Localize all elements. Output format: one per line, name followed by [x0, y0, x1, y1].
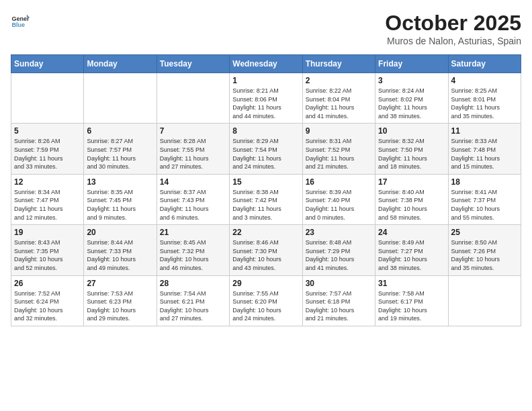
calendar-cell: 10Sunrise: 8:32 AM Sunset: 7:50 PM Dayli…: [375, 124, 448, 174]
weekday-header-monday: Monday: [84, 55, 157, 73]
calendar-cell: 26Sunrise: 7:52 AM Sunset: 6:24 PM Dayli…: [11, 275, 84, 326]
day-number: 1: [232, 76, 299, 85]
page-header: General Blue October 2025 Muros de Nalon…: [11, 11, 521, 46]
day-number: 28: [160, 279, 226, 288]
logo: General Blue: [11, 11, 30, 30]
day-info: Sunrise: 7:52 AM Sunset: 6:24 PM Dayligh…: [14, 289, 81, 323]
calendar-cell: 2Sunrise: 8:22 AM Sunset: 8:04 PM Daylig…: [302, 73, 375, 124]
calendar-week-5: 26Sunrise: 7:52 AM Sunset: 6:24 PM Dayli…: [11, 275, 521, 326]
calendar-header: SundayMondayTuesdayWednesdayThursdayFrid…: [11, 55, 521, 73]
day-info: Sunrise: 8:43 AM Sunset: 7:35 PM Dayligh…: [14, 238, 81, 272]
calendar-body: 1Sunrise: 8:21 AM Sunset: 8:06 PM Daylig…: [11, 73, 521, 326]
day-number: 9: [306, 126, 372, 136]
day-info: Sunrise: 8:48 AM Sunset: 7:29 PM Dayligh…: [306, 238, 372, 272]
day-info: Sunrise: 8:50 AM Sunset: 7:26 PM Dayligh…: [451, 238, 518, 272]
calendar-cell: [448, 275, 521, 326]
calendar-cell: 21Sunrise: 8:45 AM Sunset: 7:32 PM Dayli…: [157, 225, 229, 275]
calendar-cell: 18Sunrise: 8:41 AM Sunset: 7:37 PM Dayli…: [448, 174, 521, 224]
title-block: October 2025 Muros de Nalon, Asturias, S…: [385, 11, 521, 46]
day-number: 2: [306, 76, 372, 85]
calendar-cell: [157, 73, 229, 124]
day-number: 21: [160, 228, 226, 237]
weekday-header-thursday: Thursday: [302, 55, 375, 73]
day-number: 4: [451, 76, 518, 85]
calendar-week-2: 5Sunrise: 8:26 AM Sunset: 7:59 PM Daylig…: [11, 124, 521, 174]
day-info: Sunrise: 8:40 AM Sunset: 7:38 PM Dayligh…: [378, 188, 445, 222]
calendar-cell: 13Sunrise: 8:35 AM Sunset: 7:45 PM Dayli…: [84, 174, 157, 224]
calendar-table: SundayMondayTuesdayWednesdayThursdayFrid…: [11, 54, 521, 326]
calendar-cell: 22Sunrise: 8:46 AM Sunset: 7:30 PM Dayli…: [230, 225, 302, 275]
day-info: Sunrise: 8:37 AM Sunset: 7:43 PM Dayligh…: [160, 188, 226, 222]
calendar-cell: 6Sunrise: 8:27 AM Sunset: 7:57 PM Daylig…: [84, 124, 157, 174]
calendar-cell: 16Sunrise: 8:39 AM Sunset: 7:40 PM Dayli…: [302, 174, 375, 224]
month-year-title: October 2025: [385, 11, 521, 36]
day-info: Sunrise: 8:35 AM Sunset: 7:45 PM Dayligh…: [87, 188, 153, 222]
calendar-week-3: 12Sunrise: 8:34 AM Sunset: 7:47 PM Dayli…: [11, 174, 521, 224]
day-info: Sunrise: 7:58 AM Sunset: 6:17 PM Dayligh…: [378, 289, 445, 323]
calendar-cell: 7Sunrise: 8:28 AM Sunset: 7:55 PM Daylig…: [157, 124, 229, 174]
day-number: 11: [451, 126, 518, 136]
calendar-cell: 27Sunrise: 7:53 AM Sunset: 6:23 PM Dayli…: [84, 275, 157, 326]
calendar-cell: [84, 73, 157, 124]
calendar-cell: 3Sunrise: 8:24 AM Sunset: 8:02 PM Daylig…: [375, 73, 448, 124]
day-number: 31: [378, 279, 445, 288]
calendar-cell: 9Sunrise: 8:31 AM Sunset: 7:52 PM Daylig…: [302, 124, 375, 174]
calendar-cell: 31Sunrise: 7:58 AM Sunset: 6:17 PM Dayli…: [375, 275, 448, 326]
calendar-cell: 19Sunrise: 8:43 AM Sunset: 7:35 PM Dayli…: [11, 225, 84, 275]
day-info: Sunrise: 8:21 AM Sunset: 8:06 PM Dayligh…: [232, 87, 299, 120]
day-number: 8: [232, 126, 299, 136]
day-info: Sunrise: 8:32 AM Sunset: 7:50 PM Dayligh…: [378, 137, 445, 171]
day-number: 7: [160, 126, 226, 136]
calendar-cell: 11Sunrise: 8:33 AM Sunset: 7:48 PM Dayli…: [448, 124, 521, 174]
day-info: Sunrise: 8:29 AM Sunset: 7:54 PM Dayligh…: [232, 137, 299, 171]
calendar-cell: 12Sunrise: 8:34 AM Sunset: 7:47 PM Dayli…: [11, 174, 84, 224]
day-number: 5: [14, 126, 81, 136]
calendar-week-1: 1Sunrise: 8:21 AM Sunset: 8:06 PM Daylig…: [11, 73, 521, 124]
calendar-cell: 24Sunrise: 8:49 AM Sunset: 7:27 PM Dayli…: [375, 225, 448, 275]
day-info: Sunrise: 8:38 AM Sunset: 7:42 PM Dayligh…: [232, 188, 299, 222]
day-info: Sunrise: 8:25 AM Sunset: 8:01 PM Dayligh…: [451, 87, 518, 120]
day-number: 26: [14, 279, 81, 288]
day-info: Sunrise: 8:44 AM Sunset: 7:33 PM Dayligh…: [87, 238, 153, 272]
day-info: Sunrise: 8:49 AM Sunset: 7:27 PM Dayligh…: [378, 238, 445, 272]
day-info: Sunrise: 8:31 AM Sunset: 7:52 PM Dayligh…: [306, 137, 372, 171]
calendar-cell: 17Sunrise: 8:40 AM Sunset: 7:38 PM Dayli…: [375, 174, 448, 224]
day-number: 12: [14, 177, 81, 187]
calendar-cell: 30Sunrise: 7:57 AM Sunset: 6:18 PM Dayli…: [302, 275, 375, 326]
calendar-cell: 1Sunrise: 8:21 AM Sunset: 8:06 PM Daylig…: [230, 73, 302, 124]
day-info: Sunrise: 7:57 AM Sunset: 6:18 PM Dayligh…: [306, 289, 372, 323]
day-info: Sunrise: 8:46 AM Sunset: 7:30 PM Dayligh…: [232, 238, 299, 272]
day-number: 10: [378, 126, 445, 136]
calendar-cell: 14Sunrise: 8:37 AM Sunset: 7:43 PM Dayli…: [157, 174, 229, 224]
calendar-cell: 8Sunrise: 8:29 AM Sunset: 7:54 PM Daylig…: [230, 124, 302, 174]
day-number: 25: [451, 228, 518, 237]
day-info: Sunrise: 8:24 AM Sunset: 8:02 PM Dayligh…: [378, 87, 445, 120]
day-number: 15: [232, 177, 299, 187]
calendar-cell: 23Sunrise: 8:48 AM Sunset: 7:29 PM Dayli…: [302, 225, 375, 275]
calendar-week-4: 19Sunrise: 8:43 AM Sunset: 7:35 PM Dayli…: [11, 225, 521, 275]
day-info: Sunrise: 8:28 AM Sunset: 7:55 PM Dayligh…: [160, 137, 226, 171]
day-number: 3: [378, 76, 445, 85]
calendar-cell: 25Sunrise: 8:50 AM Sunset: 7:26 PM Dayli…: [448, 225, 521, 275]
day-info: Sunrise: 7:54 AM Sunset: 6:21 PM Dayligh…: [160, 289, 226, 323]
weekday-header-sunday: Sunday: [11, 55, 84, 73]
day-number: 13: [87, 177, 153, 187]
calendar-cell: [11, 73, 84, 124]
day-info: Sunrise: 8:45 AM Sunset: 7:32 PM Dayligh…: [160, 238, 226, 272]
day-info: Sunrise: 8:41 AM Sunset: 7:37 PM Dayligh…: [451, 188, 518, 222]
day-number: 27: [87, 279, 153, 288]
day-number: 29: [232, 279, 299, 288]
weekday-header-row: SundayMondayTuesdayWednesdayThursdayFrid…: [11, 55, 521, 73]
day-info: Sunrise: 8:39 AM Sunset: 7:40 PM Dayligh…: [306, 188, 372, 222]
day-number: 18: [451, 177, 518, 187]
weekday-header-friday: Friday: [375, 55, 448, 73]
day-info: Sunrise: 8:26 AM Sunset: 7:59 PM Dayligh…: [14, 137, 81, 171]
calendar-cell: 29Sunrise: 7:55 AM Sunset: 6:20 PM Dayli…: [230, 275, 302, 326]
day-number: 23: [306, 228, 372, 237]
calendar-cell: 20Sunrise: 8:44 AM Sunset: 7:33 PM Dayli…: [84, 225, 157, 275]
calendar-cell: 5Sunrise: 8:26 AM Sunset: 7:59 PM Daylig…: [11, 124, 84, 174]
day-info: Sunrise: 8:33 AM Sunset: 7:48 PM Dayligh…: [451, 137, 518, 171]
day-number: 6: [87, 126, 153, 136]
day-info: Sunrise: 8:34 AM Sunset: 7:47 PM Dayligh…: [14, 188, 81, 222]
day-info: Sunrise: 8:22 AM Sunset: 8:04 PM Dayligh…: [306, 87, 372, 120]
